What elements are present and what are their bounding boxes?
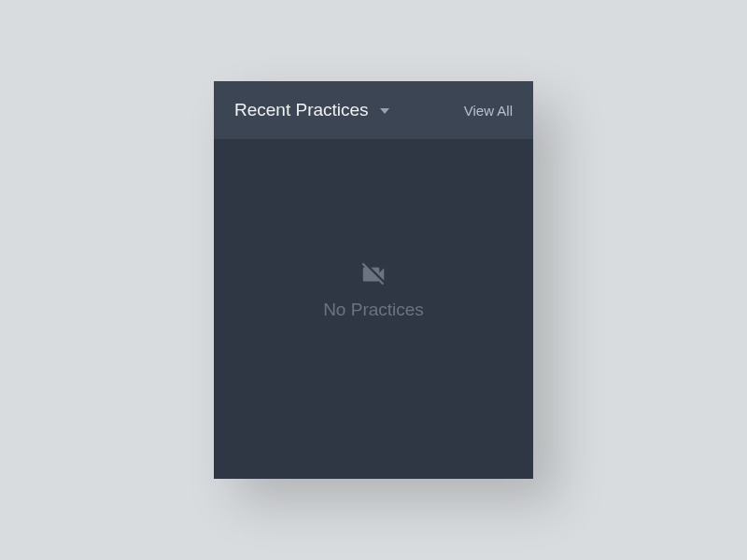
card-header: Recent Practices View All (214, 81, 533, 139)
caret-down-icon (380, 108, 389, 114)
recent-practices-card: Recent Practices View All No Practices (214, 81, 533, 479)
card-title: Recent Practices (234, 100, 369, 120)
video-off-icon (359, 260, 388, 288)
view-all-link[interactable]: View All (464, 103, 513, 119)
title-dropdown[interactable]: Recent Practices (234, 100, 389, 120)
empty-state-text: No Practices (323, 300, 424, 320)
card-body: No Practices (214, 139, 533, 479)
